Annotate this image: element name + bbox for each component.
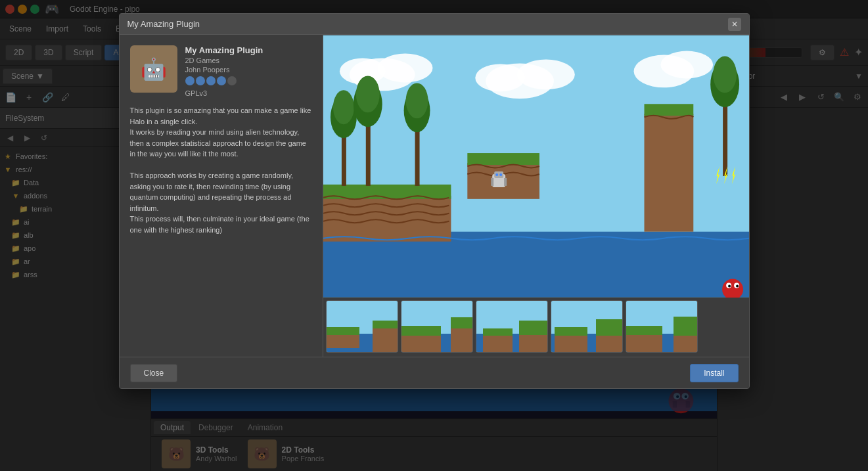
- svg-point-101: [736, 284, 739, 287]
- main-screenshot-svg: [323, 35, 749, 298]
- svg-rect-107: [373, 328, 398, 353]
- dialog-screenshots: [323, 35, 749, 357]
- svg-rect-123: [555, 336, 587, 353]
- dialog-body: 🤖 My Amazing Plugin 2D Games John Pooper…: [120, 35, 749, 357]
- modal-overlay: My Amazing Plugin ✕ 🤖 My Amazing Plugin …: [0, 0, 868, 471]
- dialog-close-btn[interactable]: Close: [130, 364, 178, 382]
- dialog-plugin-author: John Poopers: [185, 66, 263, 74]
- dialog-plugin-info: 🤖 My Amazing Plugin 2D Games John Pooper…: [120, 35, 323, 357]
- star-5: [227, 76, 237, 85]
- svg-rect-119: [519, 335, 548, 353]
- svg-rect-89: [644, 114, 693, 231]
- dialog-plugin-license: GPLv3: [185, 89, 263, 97]
- dialog-install-btn[interactable]: Install: [690, 364, 738, 382]
- svg-point-77: [355, 76, 379, 112]
- svg-point-66: [475, 64, 525, 91]
- star-2: [196, 76, 205, 85]
- svg-point-85: [495, 173, 498, 176]
- svg-point-62: [377, 54, 432, 83]
- svg-point-100: [728, 284, 731, 287]
- svg-rect-124: [596, 319, 623, 338]
- screenshot-thumb-1[interactable]: [326, 300, 398, 353]
- screenshot-thumbs: [323, 298, 749, 357]
- star-3: [206, 76, 216, 85]
- dialog-plugin-name: My Amazing Plugin: [185, 45, 263, 55]
- svg-rect-113: [451, 328, 473, 353]
- svg-rect-90: [644, 104, 693, 116]
- plugin-stars: [185, 76, 263, 85]
- svg-rect-129: [626, 335, 662, 353]
- svg-rect-118: [519, 321, 548, 337]
- star-1: [185, 76, 194, 85]
- dialog-titlebar: My Amazing Plugin ✕: [120, 14, 749, 35]
- screenshot-thumb-5[interactable]: [626, 300, 698, 353]
- screenshot-main: [323, 35, 749, 298]
- dialog-close-button[interactable]: ✕: [728, 18, 741, 31]
- svg-rect-88: [504, 178, 507, 186]
- dialog-footer: Close Install: [120, 357, 749, 388]
- svg-rect-87: [491, 178, 493, 186]
- screenshot-thumb-2[interactable]: [401, 300, 473, 353]
- svg-rect-69: [323, 232, 749, 298]
- svg-rect-105: [327, 335, 359, 348]
- plugin-dialog: My Amazing Plugin ✕ 🤖 My Amazing Plugin …: [119, 13, 750, 389]
- svg-rect-125: [596, 336, 623, 353]
- plugin-avatar-icon: 🤖: [130, 45, 177, 93]
- plugin-header: 🤖 My Amazing Plugin 2D Games John Pooper…: [130, 45, 312, 97]
- dialog-plugin-category: 2D Games: [185, 56, 263, 64]
- plugin-meta: My Amazing Plugin 2D Games John Poopers …: [185, 45, 263, 97]
- svg-point-68: [660, 51, 713, 79]
- screenshot-thumb-3[interactable]: [476, 300, 548, 353]
- dialog-title: My Amazing Plugin: [127, 19, 200, 29]
- svg-rect-70: [323, 196, 451, 242]
- svg-rect-130: [674, 317, 698, 338]
- svg-point-80: [405, 83, 428, 118]
- screenshot-thumb-4[interactable]: [551, 300, 623, 353]
- svg-point-65: [517, 60, 575, 90]
- svg-rect-111: [401, 336, 441, 353]
- svg-rect-117: [483, 336, 513, 353]
- svg-point-86: [499, 173, 502, 176]
- svg-point-74: [332, 90, 354, 124]
- star-4: [217, 76, 226, 85]
- svg-rect-82: [467, 153, 539, 165]
- svg-point-93: [713, 56, 737, 93]
- svg-rect-131: [674, 336, 698, 353]
- dialog-plugin-description: This plugin is so amazing that you can m…: [130, 105, 312, 235]
